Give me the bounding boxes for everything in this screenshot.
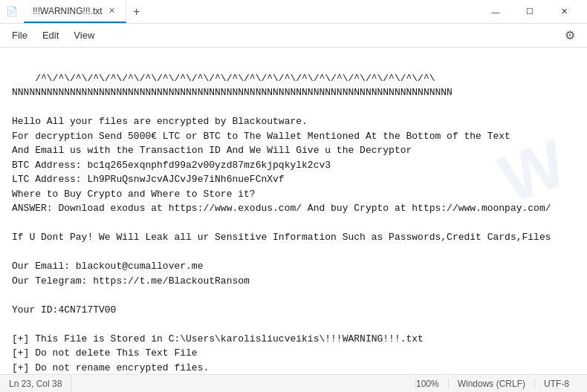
minimize-button[interactable]: — [479,0,513,24]
maximize-button[interactable]: ☐ [513,0,547,24]
editor-content: /^\/^\/^\/^\/^\/^\/^\/^\/^\/^\/^\/^\/^\/… [12,73,574,375]
title-bar: 📄 !!!WARNING!!!.txt ✕ + — ☐ ✕ [0,0,587,24]
app-icon: 📄 [6,6,18,18]
zoom-level[interactable]: 100% [415,379,448,389]
new-tab-button[interactable]: + [126,0,147,23]
encoding[interactable]: UTF-8 [534,379,578,389]
status-bar: Ln 23, Col 38 100% Windows (CRLF) UTF-8 [0,374,587,392]
menu-edit[interactable]: Edit [36,27,65,44]
close-button[interactable]: ✕ [547,0,581,24]
editor-area[interactable]: /^\/^\/^\/^\/^\/^\/^\/^\/^\/^\/^\/^\/^\/… [0,48,587,374]
menu-view[interactable]: View [68,27,100,44]
tab-close-button[interactable]: ✕ [107,6,117,16]
menu-file[interactable]: File [6,27,33,44]
menu-bar: File Edit View ⚙ [0,24,587,48]
cursor-position: Ln 23, Col 38 [9,375,71,392]
tab-label: !!!WARNING!!!.txt [33,6,103,16]
line-ending[interactable]: Windows (CRLF) [448,379,534,389]
settings-icon[interactable]: ⚙ [559,25,581,45]
status-right: 100% Windows (CRLF) UTF-8 [415,379,578,389]
tab-area: 📄 !!!WARNING!!!.txt ✕ + [6,0,479,23]
window-controls: — ☐ ✕ [479,0,581,24]
active-tab[interactable]: !!!WARNING!!!.txt ✕ [24,0,126,23]
